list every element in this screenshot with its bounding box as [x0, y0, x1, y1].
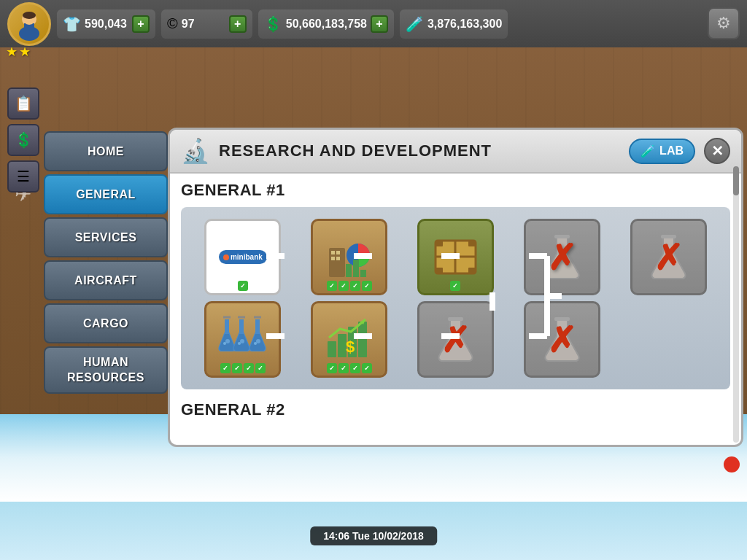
dollar-sidebar-button[interactable]: 💲: [7, 124, 39, 156]
crate-svg: [432, 233, 479, 281]
research-item-minibank[interactable]: minibank ✓: [204, 219, 281, 295]
dollar-checks: ✓ ✓ ✓ ✓: [314, 363, 384, 373]
nav-general-button[interactable]: GENERAL: [44, 174, 168, 214]
svg-point-37: [238, 342, 241, 345]
research-item-crate[interactable]: ✓: [417, 219, 494, 295]
top-bar: 👕 590,043 + © 97 + 💲 50,660,183,758 + 🧪 …: [0, 0, 747, 47]
check-2: ✓: [232, 363, 242, 373]
svg-rect-24: [360, 270, 366, 277]
clipboard-icon: 📋: [15, 95, 33, 112]
research-cell-flask-locked-right: ✗: [615, 216, 721, 298]
crate-checks: ✓: [421, 281, 490, 291]
flask-icon: 🧪: [406, 15, 424, 33]
research-item-flask-locked-r2c3[interactable]: ✗: [417, 301, 494, 378]
research-item-flask-locked-right[interactable]: ✗: [630, 219, 707, 295]
clipboard-button[interactable]: 📋: [7, 88, 39, 120]
check-2: ✓: [338, 363, 349, 373]
status-bar: 14:06 Tue 10/02/2018: [310, 526, 437, 545]
gear-button[interactable]: ⚙: [708, 7, 740, 39]
research-item-flask-locked-1[interactable]: ✗: [524, 219, 600, 295]
avatar[interactable]: [7, 2, 51, 46]
nav-services-label: SERVICES: [75, 231, 137, 244]
x-mark-r2c3: ✗: [419, 303, 492, 376]
nav-general-label: GENERAL: [76, 188, 136, 201]
check-1: ✓: [327, 363, 337, 373]
dollar-resource: 💲 50,660,183,758 +: [258, 9, 394, 39]
left-sidebar-icons: 📋 💲 ☰: [7, 88, 39, 192]
svg-point-35: [223, 342, 226, 345]
modal-body[interactable]: GENERAL #1: [170, 174, 741, 445]
nav-home-button[interactable]: HOME: [44, 131, 168, 171]
svg-rect-17: [331, 251, 335, 254]
modal-title: RESEARCH AND DEVELOPMENT: [219, 141, 620, 160]
check-4: ✓: [362, 281, 372, 291]
svg-rect-20: [336, 257, 340, 260]
x-mark-overlay-right: ✗: [632, 221, 705, 293]
research-cell-chart: ✓ ✓ ✓ ✓: [296, 216, 403, 298]
close-button[interactable]: ✕: [704, 138, 730, 164]
blue-flasks-svg: [217, 316, 268, 363]
coin-resource: © 97 +: [161, 9, 252, 39]
svg-point-4: [23, 12, 36, 19]
close-icon: ✕: [711, 142, 724, 160]
research-modal: 🔬 RESEARCH AND DEVELOPMENT 🧪 LAB ✕ GENER…: [168, 128, 743, 447]
research-cell-flask-locked-1: ✗: [508, 216, 615, 298]
check-3: ✓: [350, 363, 360, 373]
check-3: ✓: [244, 363, 254, 373]
nav-cargo-button[interactable]: CARGO: [44, 303, 168, 343]
svg-point-36: [225, 339, 230, 343]
x-mark-overlay-1: ✗: [526, 221, 598, 293]
research-item-blue-flasks[interactable]: ✓ ✓ ✓ ✓: [204, 301, 281, 378]
dollar-chart-svg: $: [325, 316, 373, 363]
nav-aircraft-button[interactable]: AIRCRAFT: [44, 260, 168, 300]
svg-rect-18: [336, 251, 340, 254]
svg-rect-41: [328, 341, 336, 357]
tshirt-resource: 👕 590,043 +: [57, 9, 155, 39]
x-mark-right: ✗: [654, 237, 683, 278]
research-cell-dollar-chart: $ ✓ ✓ ✓ ✓: [296, 298, 403, 381]
red-dot-button[interactable]: [724, 456, 740, 472]
svg-point-38: [240, 339, 244, 343]
check-1: ✓: [450, 281, 460, 291]
tshirt-icon: 👕: [63, 15, 81, 33]
nav-home-label: HOME: [88, 145, 124, 158]
chart-building-svg: [325, 233, 373, 281]
chart-checks: ✓ ✓ ✓ ✓: [314, 281, 384, 291]
nav-hr-button[interactable]: HUMANRESOURCES: [44, 346, 168, 394]
nav-sidebar: HOME GENERAL SERVICES AIRCRAFT CARGO HUM…: [44, 131, 168, 394]
svg-point-40: [256, 339, 260, 343]
svg-rect-32: [468, 268, 476, 273]
coin-add-button[interactable]: +: [229, 15, 247, 33]
nav-aircraft-label: AIRCRAFT: [74, 274, 137, 287]
svg-rect-22: [346, 264, 352, 277]
research-item-chart[interactable]: ✓ ✓ ✓ ✓: [311, 219, 387, 295]
x-mark-1: ✗: [547, 237, 576, 278]
microscope-icon: 🔬: [181, 137, 210, 165]
check-1: ✓: [327, 281, 337, 291]
research-cell-blue-flasks: ✓ ✓ ✓ ✓: [190, 298, 296, 381]
svg-rect-29: [436, 241, 443, 246]
research-cell-crate: ✓: [403, 216, 509, 298]
dollar-icon: 💲: [264, 15, 282, 33]
dollar-add-button[interactable]: +: [371, 15, 388, 33]
lab-button[interactable]: 🧪 LAB: [629, 139, 695, 164]
x-mark-r2c4: ✗: [526, 303, 598, 376]
dollar-value: 50,660,183,758: [286, 18, 367, 31]
menu-button[interactable]: ☰: [7, 160, 39, 192]
research-item-dollar-chart[interactable]: $ ✓ ✓ ✓ ✓: [311, 301, 387, 378]
scroll-indicator[interactable]: [733, 166, 739, 443]
research-items-grid: minibank ✓: [190, 216, 721, 381]
flask-checks: ✓ ✓ ✓ ✓: [208, 363, 277, 373]
research-item-flask-locked-r2c4[interactable]: ✗: [524, 301, 600, 378]
research-cell-empty-r2c5: [615, 298, 721, 381]
datetime-label: 14:06 Tue 10/02/2018: [323, 530, 424, 542]
lab-flask-icon: 🧪: [640, 144, 655, 158]
minibank-checks: ✓: [208, 281, 277, 291]
coin-icon: ©: [167, 15, 178, 32]
check-1: ✓: [220, 363, 231, 373]
tshirt-add-button[interactable]: +: [132, 15, 150, 33]
svg-rect-30: [468, 241, 476, 246]
nav-services-button[interactable]: SERVICES: [44, 217, 168, 257]
research-cell-minibank: minibank ✓: [190, 216, 296, 298]
research-cell-flask-locked-r2c3: ✗: [403, 298, 509, 381]
